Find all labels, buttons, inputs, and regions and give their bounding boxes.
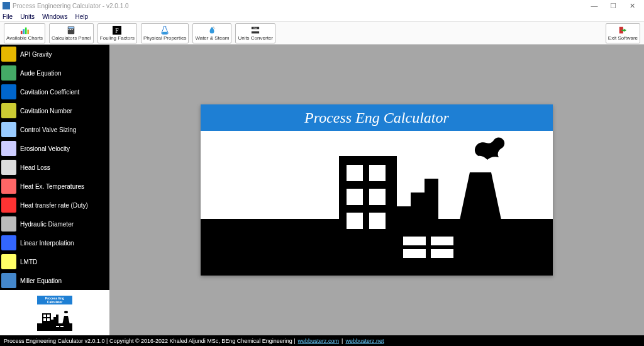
sidebar-preview: Process Eng Calculator	[0, 290, 109, 335]
units-converter-button[interactable]: Units Units Converter	[235, 23, 275, 43]
svg-rect-2	[25, 27, 27, 34]
physical-properties-button[interactable]: Physical Properties	[141, 23, 189, 43]
menu-help[interactable]: Help	[75, 13, 89, 20]
svg-rect-29	[369, 165, 386, 181]
svg-point-23	[64, 311, 68, 313]
svg-rect-24	[56, 326, 59, 327]
sidebar-item-label: Heat Ex. Temperatures	[20, 183, 84, 190]
window-title: Process Engineering Calculator - v2.0.1.…	[13, 3, 129, 9]
svg-rect-22	[47, 318, 50, 321]
sidebar-item-icon	[0, 159, 18, 176]
svg-rect-35	[431, 237, 453, 245]
svg-point-11	[213, 26, 215, 28]
flask-icon	[160, 26, 169, 35]
calculator-icon	[67, 26, 75, 35]
sidebar-item-label: Miller Equation	[20, 277, 62, 284]
svg-rect-1	[23, 29, 25, 34]
menu-file[interactable]: File	[3, 13, 13, 20]
svg-rect-28	[347, 165, 363, 181]
sidebar-item-label: Control Valve Sizing	[20, 126, 76, 133]
sidebar-item-icon	[0, 83, 18, 101]
svg-rect-30	[347, 189, 363, 205]
tb-label: Exit Software	[608, 35, 638, 41]
sidebar-item-icon	[0, 196, 18, 214]
sidebar-item[interactable]: API Gravity	[0, 45, 109, 64]
sidebar-item[interactable]: Heat Ex. Temperatures	[0, 177, 109, 196]
minimize-button[interactable]: —	[585, 2, 604, 9]
menu-windows[interactable]: Windows	[42, 13, 68, 20]
svg-text:F: F	[116, 26, 119, 33]
calculators-panel-button[interactable]: Calculators Panel	[49, 23, 94, 43]
sidebar-item-label: Head Loss	[20, 164, 50, 171]
sidebar-item-icon	[0, 215, 18, 233]
sidebar-item[interactable]: Heat transfer rate (Duty)	[0, 196, 109, 215]
status-sep: |	[341, 338, 343, 344]
f-icon: F	[113, 26, 121, 35]
toolbar: Available Charts Calculators Panel F Fou…	[0, 22, 644, 45]
water-steam-button[interactable]: Water & Steam	[192, 23, 231, 43]
svg-rect-31	[369, 189, 386, 205]
status-link-1[interactable]: webbusterz.com	[298, 338, 340, 344]
welcome-panel: Process Eng Calculator	[201, 104, 553, 276]
svg-rect-32	[347, 213, 363, 229]
svg-rect-3	[27, 30, 29, 34]
sidebar-item-label: Cavitation Coefficient	[20, 89, 79, 96]
tb-label: Water & Steam	[195, 35, 229, 41]
svg-text:Units: Units	[253, 26, 258, 29]
tb-label: Physical Properties	[143, 35, 186, 41]
steam-icon	[208, 26, 216, 35]
svg-rect-19	[43, 315, 46, 317]
exit-software-button[interactable]: Exit Software	[606, 23, 640, 43]
sidebar-item[interactable]: Linear Interpolation	[0, 233, 109, 252]
sidebar-list[interactable]: API GravityAude EquationCavitation Coeff…	[0, 45, 109, 290]
menubar: File Units Windows Help	[0, 11, 644, 22]
sidebar-item[interactable]: Aude Equation	[0, 64, 109, 82]
window-root: Process Engineering Calculator - v2.0.1.…	[0, 0, 644, 346]
svg-rect-0	[21, 30, 23, 33]
sidebar-item-icon	[0, 121, 18, 138]
sidebar-item-label: API Gravity	[20, 51, 52, 58]
sidebar-item[interactable]: LMTD	[0, 252, 109, 271]
sidebar-item[interactable]: Hydraulic Diameter	[0, 215, 109, 233]
titlebar: Process Engineering Calculator - v2.0.1.…	[0, 0, 644, 11]
sidebar-item-label: Cavitation Number	[20, 108, 72, 114]
sidebar-item-icon	[0, 140, 18, 157]
sidebar-item-icon	[0, 45, 18, 63]
sidebar-item-icon	[0, 177, 18, 195]
sidebar-item[interactable]: Miller Equation	[0, 271, 109, 290]
tb-label: Available Charts	[6, 35, 43, 41]
sidebar-item[interactable]: Cavitation Coefficient	[0, 82, 109, 101]
status-text: Process Engineering Calculator v2.0.1.0 …	[4, 338, 296, 344]
sidebar-item[interactable]: Head Loss	[0, 158, 109, 177]
tb-label: Calculators Panel	[52, 35, 91, 41]
svg-rect-36	[403, 249, 426, 258]
sidebar-panel: API GravityAude EquationCavitation Coeff…	[0, 45, 109, 335]
welcome-title: Process Eng Calculator	[201, 104, 553, 131]
sidebar-item-icon	[0, 102, 18, 120]
sidebar-item-label: Hydraulic Diameter	[20, 221, 74, 228]
sidebar-item-icon	[0, 234, 18, 252]
units-icon: Units	[251, 26, 260, 35]
sidebar-item-label: Erosional Velocity	[20, 145, 70, 152]
svg-rect-5	[69, 26, 74, 28]
svg-rect-8	[72, 29, 73, 30]
tb-label: Units Converter	[238, 35, 273, 41]
close-button[interactable]: ✕	[623, 2, 641, 10]
factory-icon	[201, 131, 553, 276]
sidebar-item-label: Linear Interpolation	[20, 240, 74, 247]
statusbar: Process Engineering Calculator v2.0.1.0 …	[0, 335, 644, 346]
app-icon	[3, 2, 10, 9]
menu-units[interactable]: Units	[20, 13, 35, 20]
fouling-factors-button[interactable]: F Fouling Factors	[97, 23, 137, 43]
sidebar-item[interactable]: Erosional Velocity	[0, 139, 109, 158]
maximize-button[interactable]: ☐	[604, 2, 623, 10]
available-charts-button[interactable]: Available Charts	[4, 23, 45, 43]
svg-rect-21	[43, 318, 46, 321]
preview-title: Process Eng Calculator	[37, 296, 72, 304]
svg-rect-6	[69, 29, 70, 30]
status-link-2[interactable]: webbusterz.net	[345, 338, 384, 344]
sidebar-item[interactable]: Cavitation Number	[0, 101, 109, 120]
sidebar-item-icon	[0, 253, 18, 271]
svg-rect-33	[369, 213, 386, 229]
sidebar-item[interactable]: Control Valve Sizing	[0, 120, 109, 139]
